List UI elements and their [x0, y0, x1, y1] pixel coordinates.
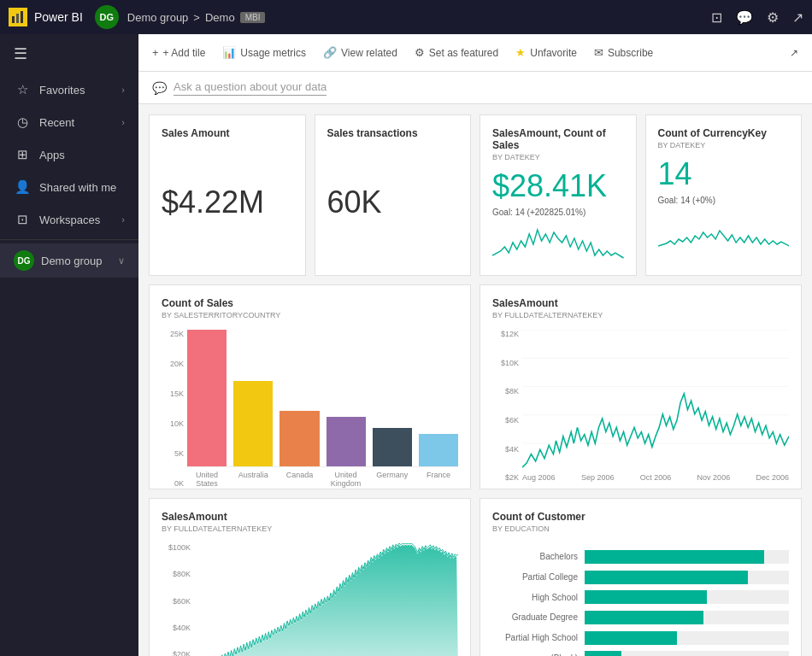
sales-amount-line-title: SalesAmount: [492, 297, 789, 309]
line-y-10k: $10K: [501, 359, 519, 367]
chevron-favorites: ›: [121, 85, 125, 95]
unfavorite-icon: ★: [515, 46, 526, 59]
bar-partial-college: [585, 571, 748, 584]
comment-icon[interactable]: 💬: [736, 9, 753, 26]
bar-partial-high-school: [585, 631, 677, 645]
sales-amount-area-title: SalesAmount: [162, 511, 458, 523]
sidebar-label-recent: Recent: [39, 116, 74, 129]
sidebar: ☰ ☆ Favorites › ◷ Recent › ⊞ Apps 👤: [0, 34, 138, 656]
chevron-workspaces: ›: [121, 214, 125, 225]
sidebar-item-shared[interactable]: 👤 Shared with me: [0, 171, 138, 203]
tile-sales-amount-line[interactable]: SalesAmount BY FULLDATEALTERNATEKEY $12K…: [480, 284, 802, 489]
usage-metrics-button[interactable]: 📊 Usage metrics: [222, 46, 306, 59]
app-title: Power BI: [34, 10, 83, 24]
unfavorite-label: Unfavorite: [530, 47, 577, 59]
favorites-icon: ☆: [14, 82, 31, 97]
sales-amount-line-subtitle: BY FULLDATEALTERNATEKEY: [492, 311, 789, 319]
chevron-demo: ∨: [118, 255, 125, 266]
breadcrumb-sep: >: [193, 11, 200, 24]
tile-sales-count-goal: Goal: 14 (+202825.01%): [492, 208, 624, 217]
add-tile-button[interactable]: + + Add tile: [152, 46, 205, 59]
chart-icon: 📊: [222, 46, 236, 59]
bar-france: [419, 434, 458, 466]
set-featured-button[interactable]: ⚙ Set as featured: [415, 46, 498, 59]
bar-label-france: France: [419, 471, 458, 488]
plus-icon: +: [152, 46, 159, 59]
breadcrumb-item[interactable]: Demo: [205, 11, 235, 24]
share-icon[interactable]: ↗: [792, 9, 803, 26]
tile-count-customer[interactable]: Count of Customer BY EDUCATION Bachelors…: [480, 498, 802, 656]
share-button[interactable]: ↗: [790, 47, 798, 59]
speech-bubble-icon: 💬: [152, 81, 167, 95]
tile-sales-count[interactable]: SalesAmount, Count of Sales BY DATEKEY $…: [480, 114, 637, 276]
bar-canada: [279, 411, 319, 466]
bar-united-states: [187, 330, 227, 466]
area-y-20k: $20K: [173, 650, 191, 656]
area-y-80k: $80K: [173, 570, 191, 578]
cat-partial-college: Partial College: [492, 572, 578, 582]
tile-currency-key[interactable]: Count of CurrencyKey BY DATEKEY 14 Goal:…: [645, 114, 803, 276]
line-y-6k: $6K: [505, 416, 519, 425]
subscribe-label: Subscribe: [608, 47, 653, 59]
line-y-4k: $4K: [505, 445, 519, 454]
subscribe-button[interactable]: ✉ Subscribe: [594, 46, 653, 59]
header-icons: ⊡ 💬 ⚙ ↗: [711, 9, 803, 26]
set-featured-label: Set as featured: [429, 47, 498, 59]
bar-australia: [233, 381, 273, 466]
tile-sales-amount-area[interactable]: SalesAmount BY FULLDATEALTERNATEKEY $100…: [149, 498, 471, 656]
line-x-dec: Dec 2006: [756, 473, 789, 482]
user-avatar[interactable]: DG: [95, 5, 119, 29]
usage-metrics-label: Usage metrics: [240, 47, 306, 59]
sidebar-item-apps[interactable]: ⊞ Apps: [0, 138, 138, 171]
hamburger-button[interactable]: ☰: [0, 34, 138, 73]
envelope-icon: ✉: [594, 46, 603, 59]
y-label-10k: 10K: [170, 419, 184, 428]
tile-sales-amount[interactable]: Sales Amount $4.22M: [149, 114, 306, 276]
workspaces-icon: ⊡: [14, 212, 31, 227]
tile-currency-key-title: Count of CurrencyKey: [658, 127, 790, 139]
view-related-button[interactable]: 🔗 View related: [323, 46, 397, 59]
demo-group-label: Demo group: [41, 255, 111, 267]
svg-rect-0: [12, 16, 15, 23]
tile-count-sales-bar[interactable]: Count of Sales BY SALESTERRITORYCOUNTRY …: [149, 284, 471, 489]
dashboard: Sales Amount $4.22M Sales transactions 6…: [138, 104, 812, 656]
share-arrow-icon: ↗: [790, 47, 798, 59]
apps-icon: ⊞: [14, 147, 31, 162]
ask-bar[interactable]: 💬 Ask a question about your data: [138, 72, 812, 104]
line-y-8k: $8K: [505, 387, 519, 395]
cat-high-school: High School: [492, 593, 578, 602]
unfavorite-button[interactable]: ★ Unfavorite: [515, 46, 577, 59]
power-bi-logo-icon: [9, 8, 27, 26]
add-tile-label: + Add tile: [163, 47, 206, 59]
sidebar-item-demo-group[interactable]: DG Demo group ∨: [0, 243, 138, 278]
bar-label-germany: Germany: [373, 471, 412, 488]
sidebar-item-recent[interactable]: ◷ Recent ›: [0, 106, 138, 138]
line-y-2k: $2K: [505, 473, 519, 482]
svg-rect-2: [21, 11, 23, 23]
tile-sales-transactions-title: Sales transactions: [327, 127, 459, 139]
sidebar-item-favorites[interactable]: ☆ Favorites ›: [0, 73, 138, 106]
tile-currency-key-goal: Goal: 14 (+0%): [658, 196, 790, 205]
bar-high-school: [585, 590, 707, 604]
tile-sales-transactions[interactable]: Sales transactions 60K: [315, 114, 472, 276]
y-label-25k: 25K: [170, 330, 184, 338]
expand-icon[interactable]: ⊡: [711, 9, 722, 26]
y-label-15k: 15K: [170, 390, 184, 398]
bar-label-united-states: United States: [187, 471, 227, 488]
line-x-sep: Sep 2006: [581, 473, 615, 482]
tile-sales-amount-value: $4.22M: [162, 184, 264, 220]
breadcrumb-group[interactable]: Demo group: [127, 11, 189, 24]
bar-germany: [373, 428, 412, 466]
tile-sales-count-subtitle: BY DATEKEY: [492, 153, 624, 161]
cat-partial-high-school: Partial High School: [492, 633, 578, 642]
count-sales-bar-title: Count of Sales: [162, 297, 458, 309]
sales-amount-area-subtitle: BY FULLDATEALTERNATEKEY: [162, 524, 458, 533]
settings-icon[interactable]: ⚙: [767, 9, 779, 26]
bar-label-canada: Canada: [279, 471, 319, 488]
link-icon: 🔗: [323, 46, 337, 59]
svg-marker-9: [194, 545, 458, 656]
line-x-nov: Nov 2006: [697, 473, 731, 482]
tile-sales-amount-title: Sales Amount: [162, 127, 293, 139]
count-customer-title: Count of Customer: [492, 511, 789, 523]
sidebar-item-workspaces[interactable]: ⊡ Workspaces ›: [0, 203, 138, 236]
